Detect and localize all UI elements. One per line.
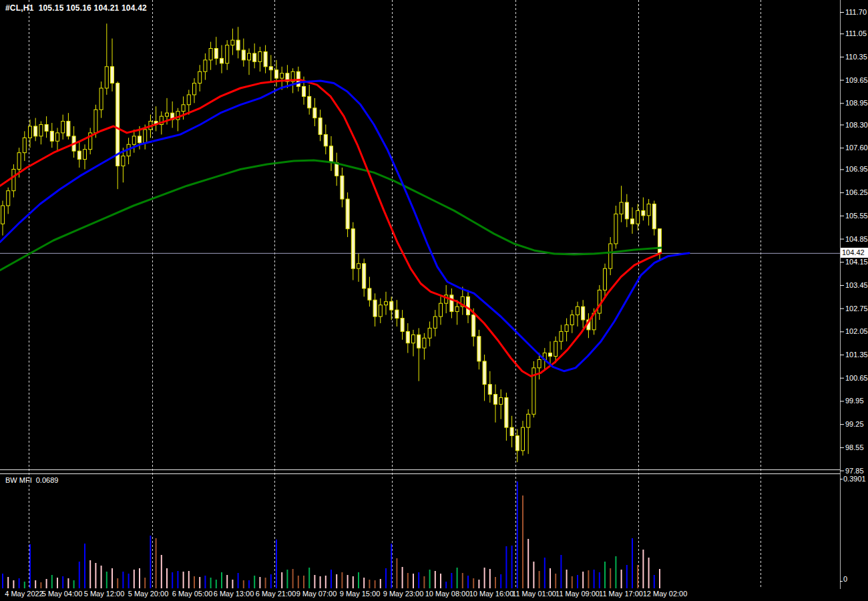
time-axis-label: 9 May 07:00	[296, 590, 337, 598]
candle-body	[253, 53, 256, 61]
bwmfi-bar	[555, 574, 556, 588]
candle-body	[111, 67, 114, 83]
bwmfi-bar	[79, 562, 80, 588]
bwmfi-bar	[270, 574, 272, 588]
bwmfi-bar	[582, 572, 584, 588]
price-axis-label: 100.65	[845, 374, 868, 382]
bwmfi-bar	[375, 580, 376, 588]
bwmfi-bar	[248, 580, 250, 588]
bwmfi-bar	[429, 570, 431, 588]
chart-canvas[interactable]: 111.70111.05110.35109.65108.95108.30107.…	[0, 0, 868, 601]
bwmfi-bar	[413, 574, 414, 588]
candle-body	[138, 136, 142, 143]
bwmfi-bar	[308, 568, 310, 588]
bwmfi-bar	[150, 536, 151, 588]
candle-body	[433, 317, 437, 328]
candle-body	[67, 122, 70, 136]
bwmfi-bar	[505, 546, 507, 588]
candle-body	[264, 51, 267, 66]
bwmfi-bar	[2, 574, 3, 588]
bwmfi-bar	[478, 580, 479, 588]
bwmfi-bar	[286, 570, 288, 588]
candle-body	[61, 122, 65, 133]
price-axis-label: 106.95	[845, 165, 868, 173]
candle-body	[302, 87, 306, 97]
price-axis-label: 104.85	[845, 235, 868, 243]
bwmfi-bar	[500, 574, 501, 588]
bwmfi-bar	[621, 570, 622, 588]
bwmfi-bar	[451, 573, 452, 588]
bwmfi-bar	[604, 562, 606, 588]
candle-body	[412, 335, 415, 343]
candle-body	[34, 126, 37, 136]
candle-body	[570, 315, 574, 325]
indicator-value: 0.0689	[36, 476, 59, 484]
bwmfi-bar	[457, 568, 458, 588]
candle-body	[472, 315, 475, 337]
candle-body	[248, 53, 251, 60]
bwmfi-bar	[489, 569, 491, 588]
time-axis-label: 9 May 15:00	[340, 590, 381, 598]
bwmfi-bar	[440, 574, 441, 588]
candle-body	[455, 307, 459, 311]
price-axis-label: 103.45	[845, 281, 868, 289]
bwmfi-bar	[265, 578, 266, 588]
mt4-chart-window: 111.70111.05110.35109.65108.95108.30107.…	[0, 0, 868, 601]
candle-body	[604, 268, 607, 290]
bwmfi-bar	[517, 481, 518, 588]
bwmfi-bar	[156, 538, 157, 588]
bwmfi-bar	[407, 573, 409, 588]
candle-body	[565, 325, 568, 331]
high-value: 105.16	[66, 3, 91, 13]
bwmfi-bar	[423, 576, 425, 588]
candle-body	[220, 58, 224, 63]
open-value: 105.15	[39, 3, 64, 13]
bwmfi-bar	[67, 578, 69, 588]
time-axis-label: 12 May 02:00	[643, 590, 688, 598]
candle-body	[330, 146, 333, 163]
candle-body	[122, 156, 125, 166]
candle-body	[17, 153, 21, 170]
candle-body	[620, 202, 623, 214]
bwmfi-bar	[122, 572, 124, 588]
bwmfi-bar	[358, 572, 359, 588]
bwmfi-bar	[654, 575, 655, 588]
candle-body	[647, 204, 650, 216]
bwmfi-bar	[281, 572, 282, 588]
bwmfi-bar	[232, 580, 233, 588]
bwmfi-bar	[539, 571, 540, 588]
candle-body	[187, 95, 190, 105]
candle-body	[50, 131, 53, 141]
candle-body	[258, 51, 262, 61]
candle-body	[45, 125, 48, 132]
candle-body	[324, 134, 327, 146]
candle-body	[631, 219, 634, 224]
bwmfi-bar	[117, 578, 118, 588]
candle-body	[94, 110, 97, 133]
candle-body	[236, 40, 240, 50]
bwmfi-bar	[615, 556, 616, 588]
bwmfi-bar	[331, 570, 332, 588]
price-axis-label: 102.75	[845, 305, 868, 313]
candle-body	[280, 73, 284, 78]
indicator-name: BW MFI	[5, 476, 32, 484]
bwmfi-bar	[560, 555, 562, 588]
current-price-tag: 104.42	[841, 248, 868, 258]
candle-body	[7, 191, 10, 206]
candle-body	[198, 71, 202, 83]
price-axis-label: 98.55	[845, 443, 864, 451]
bwmfi-bar	[73, 580, 75, 588]
bwmfi-bar	[276, 540, 277, 588]
bwmfi-bar	[101, 566, 102, 588]
candle-body	[318, 118, 322, 135]
price-axis-label: 106.25	[845, 188, 868, 196]
candle-body	[488, 385, 491, 395]
candle-body	[105, 67, 108, 88]
candle-body	[401, 319, 404, 332]
bwmfi-bar	[642, 550, 644, 588]
bwmfi-bar	[177, 571, 178, 588]
time-axis-label: 5 May 04:00	[42, 590, 83, 598]
bwmfi-bar	[161, 555, 162, 588]
bwmfi-bar	[320, 576, 321, 588]
bwmfi-bar	[57, 578, 58, 588]
